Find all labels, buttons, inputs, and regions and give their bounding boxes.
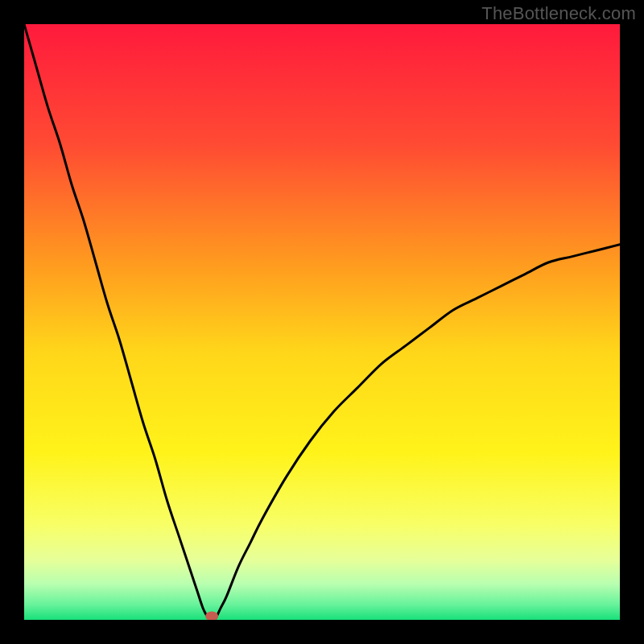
watermark-text: TheBottleneck.com: [481, 3, 636, 24]
chart-svg: [24, 24, 620, 620]
plot-area: [24, 24, 620, 620]
chart-frame: TheBottleneck.com: [0, 0, 644, 644]
